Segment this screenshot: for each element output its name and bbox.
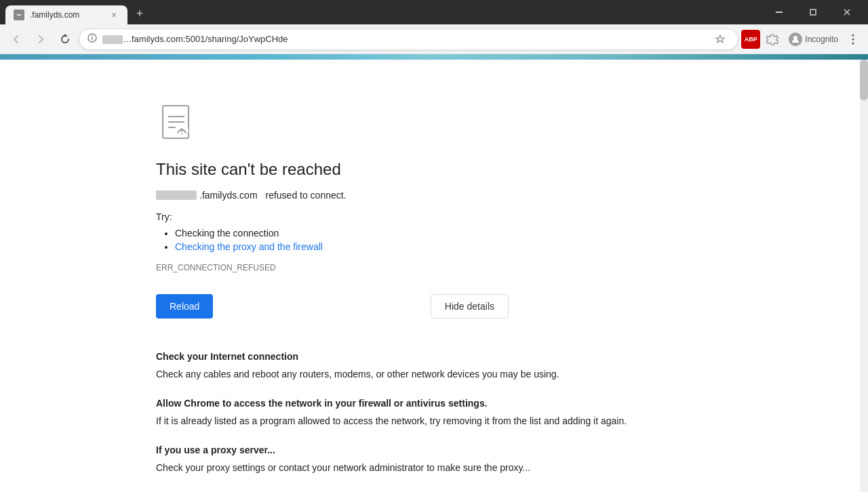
button-row: Reload Hide details (156, 294, 509, 319)
page-content: This site can't be reached .familyds.com… (0, 60, 868, 492)
active-tab[interactable]: .familyds.com × (5, 5, 127, 24)
new-tab-button[interactable]: + (130, 4, 149, 23)
extensions-button[interactable] (762, 28, 783, 50)
try-connection-text: Checking the connection (175, 228, 279, 239)
detail-firewall-title: Allow Chrome to access the network in yo… (156, 398, 712, 409)
svg-point-20 (181, 134, 182, 135)
address-bar[interactable]: …familyds.com:5001/sharing/JoYwpCHde (79, 28, 738, 50)
detail-item-firewall: Allow Chrome to access the network in yo… (156, 398, 712, 428)
svg-point-9 (92, 35, 93, 37)
abp-extension-button[interactable]: ABP (741, 30, 760, 49)
tab-bar: .familyds.com × + (5, 0, 758, 24)
try-list: Checking the connection Checking the pro… (156, 228, 712, 252)
detail-firewall-text: If it is already listed as a program all… (156, 414, 712, 428)
error-domain: .familyds.com (199, 190, 258, 201)
detail-item-proxy: If you use a proxy server... Check your … (156, 445, 712, 475)
error-code: ERR_CONNECTION_REFUSED (156, 263, 712, 272)
abp-label: ABP (745, 36, 757, 43)
browser-window: .familyds.com × + (0, 0, 868, 492)
tab-favicon (14, 9, 24, 20)
close-button[interactable] (831, 3, 863, 22)
minimize-button[interactable] (764, 3, 795, 22)
hide-details-button[interactable]: Hide details (431, 294, 509, 319)
window-controls (764, 3, 863, 22)
scrollbar-track[interactable] (860, 60, 868, 492)
details-section: Check your Internet connection Check any… (156, 351, 712, 475)
bookmark-star-button[interactable] (711, 30, 730, 49)
detail-proxy-text: Check your proxy settings or contact you… (156, 461, 712, 475)
detail-connection-title: Check your Internet connection (156, 351, 712, 362)
refresh-button[interactable] (54, 28, 76, 50)
tab-title: .familyds.com (30, 10, 103, 20)
profile-button[interactable]: Incognito (785, 31, 842, 47)
try-item-connection: Checking the connection (175, 228, 712, 239)
error-suffix: refused to connect. (265, 190, 346, 201)
svg-rect-3 (810, 9, 816, 15)
try-item-proxy[interactable]: Checking the proxy and the firewall (175, 241, 712, 252)
profile-avatar (789, 33, 802, 46)
detail-item-connection: Check your Internet connection Check any… (156, 351, 712, 382)
try-label: Try: (156, 211, 712, 222)
svg-marker-6 (62, 34, 68, 37)
chrome-menu-button[interactable] (844, 30, 863, 49)
error-description: .familyds.com refused to connect. (156, 190, 712, 201)
url-text: …familyds.com:5001/sharing/JoYwpCHde (102, 34, 705, 44)
error-title: This site can't be reached (156, 160, 712, 179)
profile-label: Incognito (805, 35, 838, 44)
error-container: This site can't be reached .familyds.com… (129, 60, 739, 492)
navigation-bar: …familyds.com:5001/sharing/JoYwpCHde ABP… (0, 24, 868, 54)
scrollbar-thumb[interactable] (860, 60, 868, 100)
detail-proxy-title: If you use a proxy server... (156, 445, 712, 455)
back-button[interactable] (5, 28, 27, 50)
info-icon (87, 33, 97, 45)
try-proxy-link[interactable]: Checking the proxy and the firewall (175, 241, 323, 252)
svg-rect-2 (776, 12, 783, 13)
svg-point-13 (852, 42, 854, 44)
svg-point-12 (852, 38, 854, 40)
blurred-url-prefix (102, 35, 123, 44)
nav-actions: ABP Incognito (741, 28, 863, 50)
tab-close-button[interactable]: × (108, 9, 119, 20)
url-value: …familyds.com:5001/sharing/JoYwpCHde (123, 34, 288, 44)
detail-connection-text: Check any cables and reboot any routers,… (156, 367, 712, 382)
error-icon (156, 100, 199, 144)
bookmark-bar (0, 54, 868, 60)
svg-point-11 (852, 34, 854, 36)
title-bar: .familyds.com × + (0, 0, 868, 24)
maximize-button[interactable] (797, 3, 829, 22)
blurred-domain (156, 190, 197, 200)
forward-button[interactable] (30, 28, 52, 50)
reload-button[interactable]: Reload (156, 294, 213, 319)
